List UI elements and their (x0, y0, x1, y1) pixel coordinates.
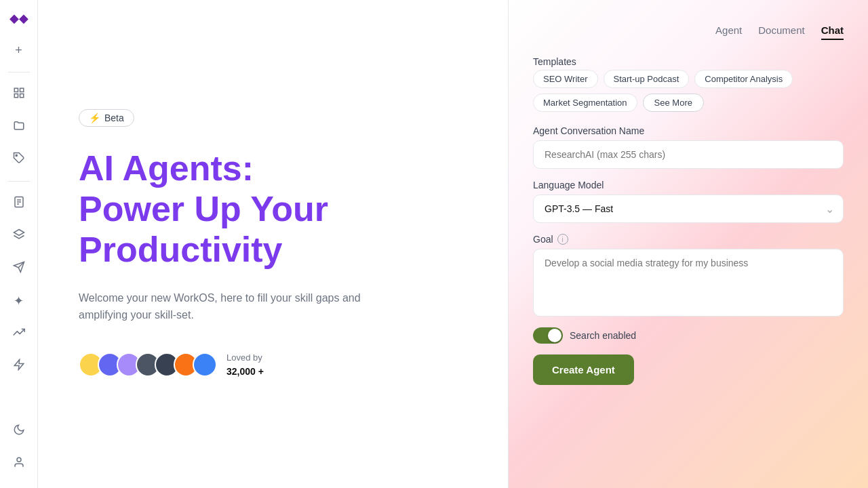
search-label: Search enabled (570, 330, 636, 341)
name-label: Agent Conversation Name (533, 125, 844, 136)
info-icon[interactable]: i (557, 234, 568, 245)
sidebar-item-moon[interactable] (5, 418, 33, 445)
model-label: Language Model (533, 180, 844, 190)
panel-content: Agent Document Chat Templates SEO Writer… (509, 0, 868, 488)
svg-rect-3 (20, 94, 23, 97)
sidebar-divider-2 (8, 181, 30, 182)
beta-badge: ⚡ Beta (79, 109, 134, 127)
name-input[interactable] (533, 140, 844, 169)
beta-label: Beta (104, 113, 124, 123)
tab-bar: Agent Document Chat (533, 22, 844, 40)
avatars (79, 352, 217, 377)
tab-agent[interactable]: Agent (715, 22, 742, 40)
grid-icon (13, 87, 25, 102)
sidebar-item-lightning[interactable] (5, 352, 33, 380)
main-content: ⚡ Beta AI Agents: Power Up Your Producti… (38, 0, 509, 488)
goal-label: Goal i (533, 234, 844, 245)
chip-seo-writer[interactable]: SEO Writer (533, 70, 598, 88)
svg-point-4 (16, 155, 17, 156)
model-select-wrapper: GPT-3.5 — FastGPT-4 — PowerfulClaude 3 —… (533, 195, 844, 223)
toggle-knob (548, 329, 561, 342)
sidebar: ◆◆ + ✦ (0, 0, 38, 488)
chip-startup-podcast[interactable]: Start-up Podcast (604, 70, 690, 88)
logo: ◆◆ (9, 11, 28, 26)
search-toggle[interactable] (533, 327, 563, 344)
name-field-group: Agent Conversation Name (533, 125, 844, 169)
template-chips: SEO Writer Start-up Podcast Competitor A… (533, 70, 844, 112)
send-icon (13, 261, 25, 277)
right-panel: Agent Document Chat Templates SEO Writer… (509, 0, 868, 488)
sidebar-item-documents[interactable] (5, 190, 33, 217)
avatar (193, 352, 217, 377)
sidebar-item-layers[interactable] (5, 222, 33, 249)
loved-text: Loved by 32,000 + (226, 351, 264, 379)
hero-title-line3: Productivity (79, 230, 283, 269)
hero-title-line2: Power Up Your (79, 189, 328, 228)
trending-icon (13, 326, 25, 342)
plus-icon: + (15, 43, 22, 58)
create-agent-button[interactable]: Create Agent (533, 354, 634, 385)
sidebar-item-trending[interactable] (5, 320, 33, 347)
templates-section: Templates SEO Writer Start-up Podcast Co… (533, 56, 844, 115)
layers-icon (13, 228, 25, 244)
sidebar-item-files[interactable] (5, 113, 33, 140)
hero-title-line1: AI Agents: (79, 148, 254, 188)
goal-field-group: Goal i (533, 234, 844, 317)
search-toggle-row: Search enabled (533, 327, 844, 344)
sidebar-item-profile[interactable] (5, 450, 33, 477)
sidebar-divider (8, 72, 30, 73)
hero-subtitle: Welcome your new WorkOS, here to fill yo… (79, 289, 391, 324)
templates-label: Templates (533, 56, 844, 67)
goal-textarea[interactable] (533, 249, 844, 317)
tag-icon (13, 152, 25, 167)
model-select[interactable]: GPT-3.5 — FastGPT-4 — PowerfulClaude 3 —… (533, 195, 844, 223)
chip-market-segmentation[interactable]: Market Segmentation (533, 94, 637, 112)
lightning-icon (13, 359, 25, 374)
sidebar-item-tags[interactable] (5, 146, 33, 173)
svg-rect-0 (14, 88, 18, 92)
hero-title: AI Agents: Power Up Your Productivity (79, 148, 467, 270)
svg-marker-9 (14, 229, 24, 235)
svg-point-13 (17, 458, 21, 462)
sidebar-item-dashboard[interactable] (5, 81, 33, 108)
goal-label-text: Goal (533, 234, 553, 245)
folder-icon (13, 119, 25, 135)
loved-count: 32,000 + (226, 365, 264, 379)
loved-by-label: Loved by (226, 351, 264, 365)
sidebar-item-send[interactable] (5, 255, 33, 282)
moon-icon (13, 424, 25, 439)
see-more-button[interactable]: See More (643, 94, 704, 112)
sidebar-item-ai[interactable]: ✦ (5, 287, 33, 314)
tab-document[interactable]: Document (758, 22, 804, 40)
tab-chat[interactable]: Chat (821, 22, 844, 40)
loved-section: Loved by 32,000 + (79, 351, 467, 379)
sparkle-icon: ✦ (14, 293, 24, 308)
document-icon (13, 196, 25, 211)
svg-rect-2 (14, 94, 18, 97)
chip-competitor-analysis[interactable]: Competitor Analysis (694, 70, 793, 88)
model-field-group: Language Model GPT-3.5 — FastGPT-4 — Pow… (533, 180, 844, 223)
beta-lightning-icon: ⚡ (89, 113, 100, 123)
svg-rect-1 (20, 88, 23, 92)
user-icon (13, 456, 25, 472)
add-button[interactable]: + (5, 37, 33, 64)
svg-marker-12 (14, 359, 24, 369)
